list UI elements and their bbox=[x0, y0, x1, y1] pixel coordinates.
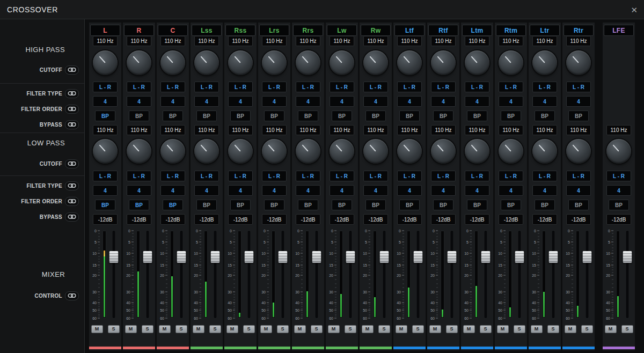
hp-filter-order-button[interactable]: 4 bbox=[228, 96, 253, 107]
lp-cutoff-value[interactable]: 110 Hz bbox=[160, 125, 185, 135]
mute-button[interactable]: M bbox=[159, 325, 171, 333]
hp-cutoff-link-button[interactable] bbox=[65, 65, 79, 75]
solo-button[interactable]: S bbox=[311, 325, 323, 333]
hp-bypass-button[interactable]: BP bbox=[568, 111, 589, 121]
fader[interactable] bbox=[447, 231, 457, 318]
lp-filter-type-button[interactable]: L - R bbox=[160, 171, 185, 181]
lp-cutoff-knob[interactable] bbox=[499, 139, 523, 164]
hp-bypass-button[interactable]: BP bbox=[501, 111, 521, 121]
lp-bypass-button[interactable]: BP bbox=[365, 200, 386, 210]
hp-filter-order-button[interactable]: 4 bbox=[262, 96, 287, 107]
lp-cutoff-knob[interactable] bbox=[93, 139, 118, 164]
lp-cutoff-value[interactable]: 110 Hz bbox=[566, 125, 591, 135]
hp-filter-type-button[interactable]: L - R bbox=[532, 82, 557, 92]
hp-filter-order-button[interactable]: 4 bbox=[465, 96, 489, 107]
hp-filter-order-button[interactable]: 4 bbox=[532, 96, 557, 107]
hp-filter-type-button[interactable]: L - R bbox=[499, 82, 523, 92]
lp-cutoff-value[interactable]: 110 Hz bbox=[397, 125, 422, 135]
solo-button[interactable]: S bbox=[378, 325, 390, 333]
mixer-level-value[interactable]: -12dB bbox=[160, 214, 185, 225]
hp-cutoff-knob[interactable] bbox=[228, 50, 253, 75]
solo-button[interactable]: S bbox=[480, 325, 492, 333]
mixer-level-value[interactable]: -12dB bbox=[566, 214, 591, 225]
hp-bypass-button[interactable]: BP bbox=[298, 111, 318, 121]
lp-filter-type-button[interactable]: L - R bbox=[363, 171, 388, 181]
hp-filter-type-button[interactable]: L - R bbox=[93, 82, 118, 92]
fader[interactable] bbox=[515, 231, 524, 318]
fader[interactable] bbox=[177, 231, 186, 318]
hp-cutoff-value[interactable]: 110 Hz bbox=[499, 36, 523, 46]
fader[interactable] bbox=[278, 231, 288, 318]
fader-handle[interactable] bbox=[583, 251, 592, 263]
lp-cutoff-value[interactable]: 110 Hz bbox=[296, 125, 320, 135]
lp-cutoff-link-button[interactable] bbox=[65, 159, 79, 168]
hp-filter-order-button[interactable]: 4 bbox=[397, 96, 422, 107]
mixer-level-value[interactable]: -12dB bbox=[296, 214, 320, 225]
mute-button[interactable]: M bbox=[497, 325, 509, 333]
fader-handle[interactable] bbox=[481, 251, 491, 263]
mute-button[interactable]: M bbox=[193, 325, 204, 333]
hp-cutoff-knob[interactable] bbox=[262, 50, 287, 75]
lp-cutoff-knob[interactable] bbox=[363, 139, 388, 164]
hp-filter-order-button[interactable]: 4 bbox=[566, 96, 591, 107]
hp-filter-type-button[interactable]: L - R bbox=[262, 82, 287, 92]
solo-button[interactable]: S bbox=[581, 325, 593, 333]
mixer-level-value[interactable]: -12dB bbox=[93, 214, 118, 225]
lp-cutoff-value[interactable]: 110 Hz bbox=[93, 125, 118, 135]
channel-name-button[interactable]: Rss bbox=[225, 25, 255, 36]
mute-button[interactable]: M bbox=[125, 325, 137, 333]
lp-cutoff-knob[interactable] bbox=[566, 139, 591, 164]
hp-filter-type-button[interactable]: L - R bbox=[194, 82, 219, 92]
solo-button[interactable]: S bbox=[142, 325, 153, 333]
lp-cutoff-knob[interactable] bbox=[606, 139, 631, 164]
fader[interactable] bbox=[582, 231, 592, 318]
hp-cutoff-knob[interactable] bbox=[566, 50, 591, 75]
fader[interactable] bbox=[413, 231, 423, 318]
hp-filter-type-button[interactable]: L - R bbox=[431, 82, 456, 92]
fader[interactable] bbox=[346, 231, 355, 318]
fader[interactable] bbox=[210, 231, 220, 318]
hp-cutoff-knob[interactable] bbox=[499, 50, 523, 75]
hp-filter-type-button[interactable]: L - R bbox=[160, 82, 185, 92]
mute-button[interactable]: M bbox=[531, 325, 543, 333]
hp-bypass-button[interactable]: BP bbox=[467, 111, 487, 121]
hp-cutoff-knob[interactable] bbox=[93, 50, 118, 75]
hp-filter-order-link-button[interactable] bbox=[65, 105, 79, 114]
lp-bypass-button[interactable]: BP bbox=[535, 200, 555, 210]
hp-cutoff-knob[interactable] bbox=[465, 50, 489, 75]
lp-bypass-button[interactable]: BP bbox=[568, 200, 589, 210]
hp-filter-type-button[interactable]: L - R bbox=[330, 82, 354, 92]
lp-filter-type-button[interactable]: L - R bbox=[606, 171, 631, 181]
hp-filter-type-button[interactable]: L - R bbox=[566, 82, 591, 92]
channel-name-button[interactable]: Lw bbox=[327, 25, 357, 36]
lp-filter-type-button[interactable]: L - R bbox=[431, 171, 456, 181]
channel-name-button[interactable]: LFE bbox=[604, 25, 634, 36]
lp-filter-type-button[interactable]: L - R bbox=[93, 171, 118, 181]
fader-handle[interactable] bbox=[177, 251, 186, 263]
channel-name-button[interactable]: Rtr bbox=[564, 25, 594, 36]
lp-bypass-button[interactable]: BP bbox=[230, 200, 251, 210]
lp-filter-order-button[interactable]: 4 bbox=[262, 185, 287, 196]
solo-button[interactable]: S bbox=[345, 325, 356, 333]
fader-handle[interactable] bbox=[143, 251, 152, 263]
lp-cutoff-knob[interactable] bbox=[330, 139, 354, 164]
fader[interactable] bbox=[481, 231, 491, 318]
hp-filter-type-link-button[interactable] bbox=[65, 89, 79, 98]
lp-filter-order-button[interactable]: 4 bbox=[296, 185, 320, 196]
fader-handle[interactable] bbox=[346, 251, 355, 263]
channel-name-button[interactable]: Rtf bbox=[428, 25, 458, 36]
hp-bypass-button[interactable]: BP bbox=[196, 111, 217, 121]
hp-bypass-button[interactable]: BP bbox=[399, 111, 420, 121]
hp-cutoff-value[interactable]: 110 Hz bbox=[566, 36, 591, 46]
lp-filter-order-button[interactable]: 4 bbox=[160, 185, 185, 196]
lp-filter-order-button[interactable]: 4 bbox=[397, 185, 422, 196]
hp-cutoff-knob[interactable] bbox=[431, 50, 456, 75]
channel-name-button[interactable]: Ltm bbox=[462, 25, 492, 36]
lp-filter-type-link-button[interactable] bbox=[65, 181, 79, 190]
channel-name-button[interactable]: Ltf bbox=[394, 25, 425, 36]
lp-filter-order-button[interactable]: 4 bbox=[228, 185, 253, 196]
lp-bypass-link-button[interactable] bbox=[65, 212, 79, 222]
fader-handle[interactable] bbox=[515, 251, 524, 263]
hp-cutoff-value[interactable]: 110 Hz bbox=[397, 36, 422, 46]
mixer-level-value[interactable]: -12dB bbox=[499, 214, 523, 225]
